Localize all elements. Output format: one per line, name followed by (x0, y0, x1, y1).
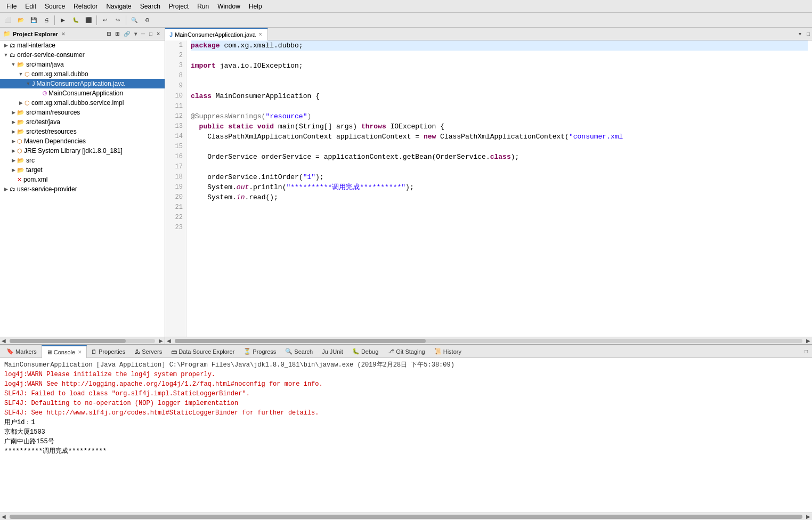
toggle-order-service-consumer[interactable]: ▼ (2, 52, 10, 58)
menu-navigate[interactable]: Navigate (102, 2, 135, 11)
explorer-menu-btn[interactable]: ▾ (133, 30, 139, 37)
editor-scroll-right[interactable]: ▶ (805, 338, 812, 344)
tab-debug[interactable]: 🐛 Debug (348, 345, 383, 358)
ln-21: 21 (168, 202, 183, 213)
menu-window[interactable]: Window (213, 2, 245, 11)
tree-item-src-test-java[interactable]: ▶ 📂 src/test/java (0, 117, 165, 127)
console-scroll-left[interactable]: ◀ (0, 514, 7, 519)
menu-source[interactable]: Source (40, 2, 69, 11)
toolbar-print-btn[interactable]: 🖨 (40, 14, 52, 26)
menu-edit[interactable]: Edit (21, 2, 40, 11)
explorer-expand-btn[interactable]: ⊞ (113, 30, 121, 37)
menu-search[interactable]: Search (136, 2, 165, 11)
editor-scroll-left[interactable]: ◀ (165, 338, 173, 344)
scroll-left-arrow[interactable]: ◀ (0, 338, 7, 344)
tree-item-order-service-consumer[interactable]: ▼ 🗂 order-service-consumer (0, 50, 165, 60)
toggle-jre-lib[interactable]: ▶ (10, 148, 17, 153)
servers-icon: 🖧 (134, 348, 140, 355)
code-line-9 (191, 81, 808, 91)
tree-item-maven-deps[interactable]: ▶ ⬡ Maven Dependencies (0, 136, 165, 146)
tree-item-src-test-resources[interactable]: ▶ 📂 src/test/resources (0, 127, 165, 136)
bottom-scrollbar[interactable]: ◀ ▶ (0, 513, 812, 520)
tree-item-pom-xml[interactable]: ✕ pom.xml (0, 175, 165, 184)
toolbar-search-btn[interactable]: 🔍 (128, 14, 140, 26)
tab-git-staging[interactable]: ⎇ Git Staging (383, 345, 429, 358)
tab-history[interactable]: 📜 History (430, 345, 466, 358)
toggle-service-impl[interactable]: ▶ (17, 100, 25, 105)
tree-item-mall-interface[interactable]: ▶ 🗂 mall-interface (0, 40, 165, 50)
tab-junit[interactable]: Ju JUnit (318, 345, 348, 358)
menu-file[interactable]: File (2, 2, 21, 11)
tab-console[interactable]: 🖥 Console ✕ (42, 345, 87, 358)
explorer-min-btn[interactable]: ─ (140, 30, 147, 37)
console-content[interactable]: MainConsumerApplication [Java Applicatio… (0, 358, 812, 513)
toolbar-stop-btn[interactable]: ⬛ (83, 14, 94, 26)
menu-refactor[interactable]: Refactor (69, 2, 102, 11)
scroll-right-arrow[interactable]: ▶ (157, 338, 165, 344)
console-close-icon[interactable]: ✕ (78, 350, 82, 355)
editor-scrollbar[interactable]: ◀ ▶ (165, 337, 812, 344)
tree-item-com-xg-xmall-dubbo[interactable]: ▼ ⬡ com.xg.xmall.dubbo (0, 69, 165, 79)
tree-item-jre-lib[interactable]: ▶ ⬡ JRE System Library [jdk1.8.0_181] (0, 146, 165, 156)
console-scroll-track[interactable] (10, 515, 802, 519)
bottom-panel-max-btn[interactable]: □ (802, 348, 810, 354)
toolbar-run-btn[interactable]: ▶ (57, 14, 69, 26)
explorer-link-btn[interactable]: 🔗 (122, 30, 132, 37)
tree-item-src-main-java[interactable]: ▼ 📂 src/main/java (0, 60, 165, 69)
toggle-com-xg-xmall-dubbo[interactable]: ▼ (17, 71, 25, 77)
toggle-src-test-resources[interactable]: ▶ (10, 129, 17, 134)
toggle-maven-deps[interactable]: ▶ (10, 139, 17, 144)
toolbar-open-btn[interactable]: 📂 (15, 14, 27, 26)
explorer-scroll-track[interactable] (10, 339, 155, 343)
toggle-mall-interface[interactable]: ▶ (2, 43, 10, 48)
toggle-src-test-java[interactable]: ▶ (10, 119, 17, 125)
toggle-target[interactable]: ▶ (10, 167, 17, 173)
tab-progress[interactable]: ⏳ Progress (239, 345, 281, 358)
console-scroll-right[interactable]: ▶ (805, 514, 812, 519)
editor-scroll-track[interactable] (175, 339, 802, 343)
toolbar-refactor-btn[interactable]: ♻ (141, 14, 153, 26)
editor-menu-btn[interactable]: ▾ (795, 31, 805, 37)
menu-run[interactable]: Run (193, 2, 213, 11)
toolbar-save-btn[interactable]: 💾 (28, 14, 39, 26)
editor-scroll-thumb[interactable] (175, 339, 426, 343)
tree-item-src[interactable]: ▶ 📂 src (0, 156, 165, 165)
toggle-src[interactable]: ▶ (10, 158, 17, 163)
editor-content: 1 2 3 8 9 10 11 12 13 14 15 16 17 18 (165, 40, 812, 337)
tab-markers[interactable]: 🔖 Markers (2, 345, 42, 358)
code-line-3: import java.io.IOException; (191, 61, 808, 71)
menu-project[interactable]: Project (165, 2, 193, 11)
tab-search[interactable]: 🔍 Search (281, 345, 318, 358)
toolbar-undo-btn[interactable]: ↩ (99, 14, 111, 26)
toggle-src-main-resources[interactable]: ▶ (10, 110, 17, 115)
tab-servers[interactable]: 🖧 Servers (130, 345, 167, 358)
toolbar-debug-btn[interactable]: 🐛 (70, 14, 82, 26)
code-area[interactable]: 1 2 3 8 9 10 11 12 13 14 15 16 17 18 (165, 40, 812, 337)
toggle-src-main-java[interactable]: ▼ (10, 62, 17, 67)
explorer-scrollbar[interactable]: ◀ ▶ (0, 337, 165, 344)
tab-data-source[interactable]: 🗃 Data Source Explorer (167, 345, 239, 358)
tree-item-main-consumer-app-java[interactable]: ▼ J MainConsumerApplication.java (0, 79, 165, 88)
tab-properties[interactable]: 🗒 Properties (87, 345, 130, 358)
toolbar-new-btn[interactable]: ⬜ (2, 14, 14, 26)
toolbar-sep3 (126, 15, 126, 25)
code-lines[interactable]: package com.xg.xmall.dubbo; import java.… (186, 40, 812, 337)
explorer-max-btn[interactable]: □ (148, 30, 154, 37)
tree-item-service-impl[interactable]: ▶ ⬡ com.xg.xmall.dubbo.service.impl (0, 98, 165, 108)
tree-item-main-consumer-app-class[interactable]: © MainConsumerApplication (0, 88, 165, 98)
explorer-close-btn[interactable]: × (155, 30, 161, 37)
tab-close-btn[interactable]: × (258, 31, 263, 37)
tree-item-user-service-provider[interactable]: ▶ 🗂 user-service-provider (0, 184, 165, 194)
label-main-consumer-app-java: MainConsumerApplication.java (37, 80, 125, 87)
editor-max-btn[interactable]: □ (805, 31, 812, 37)
explorer-collapse-btn[interactable]: ⊟ (105, 30, 112, 37)
toggle-main-consumer-app-java[interactable]: ▼ (25, 81, 32, 86)
tree-item-src-main-resources[interactable]: ▶ 📂 src/main/resources (0, 108, 165, 117)
editor-tab-main-consumer[interactable]: J MainConsumerApplication.java × (165, 28, 268, 40)
menu-help[interactable]: Help (245, 2, 266, 11)
explorer-scroll-thumb[interactable] (10, 339, 126, 343)
tree-item-target[interactable]: ▶ 📂 target (0, 165, 165, 175)
toolbar-redo-btn[interactable]: ↪ (112, 14, 124, 26)
console-scroll-thumb[interactable] (10, 515, 802, 519)
toggle-user-service-provider[interactable]: ▶ (2, 186, 10, 192)
